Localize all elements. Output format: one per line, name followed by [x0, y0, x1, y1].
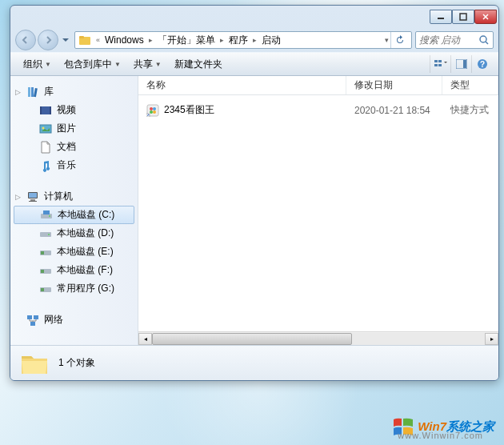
sidebar-item-drive-g[interactable]: 常用程序 (G:)	[10, 279, 138, 298]
tb-label: 包含到库中	[64, 58, 112, 71]
sidebar-item-label: 本地磁盘 (C:)	[58, 208, 114, 222]
minimize-button[interactable]	[430, 10, 452, 24]
sidebar-item-drive-c[interactable]: 本地磁盘 (C:)	[14, 206, 134, 224]
svg-point-44	[153, 110, 156, 114]
computer-icon	[26, 190, 39, 203]
sidebar-item-label: 文档	[57, 140, 76, 154]
svg-rect-16	[34, 87, 38, 96]
column-header-name[interactable]: 名称	[138, 76, 346, 94]
refresh-button[interactable]	[390, 31, 408, 49]
sidebar-label: 库	[44, 85, 54, 98]
search-box[interactable]	[415, 31, 494, 49]
sidebar-item-label: 图片	[57, 122, 76, 135]
sidebar-item-music[interactable]: 音乐	[10, 156, 138, 174]
dropdown-icon: ▼	[155, 61, 162, 68]
organize-menu[interactable]: 组织▼	[17, 55, 58, 74]
svg-rect-9	[438, 64, 442, 66]
file-list[interactable]: 2345看图王 2020-01-21 18:54 快捷方式	[138, 95, 498, 331]
svg-rect-8	[434, 64, 438, 66]
breadcrumb[interactable]: « Windows ▸ 「开始」菜单 ▸ 程序 ▸ 启动 ▾	[74, 31, 412, 49]
breadcrumb-dropdown[interactable]: ▾	[383, 36, 390, 44]
watermark: Win7系统之家 www.Winwin7.com	[392, 416, 494, 437]
svg-point-30	[48, 234, 50, 235]
svg-rect-25	[29, 201, 37, 202]
sidebar-item-documents[interactable]: 文档	[10, 138, 138, 156]
chevron-right-icon: ▸	[147, 36, 154, 44]
navigation-pane: ▷ 库 视频 图片 文档 音乐	[10, 76, 138, 345]
sidebar-item-videos[interactable]: 视频	[10, 101, 138, 119]
svg-rect-32	[41, 251, 44, 255]
system-drive-icon	[40, 209, 53, 222]
share-menu[interactable]: 共享▼	[127, 55, 168, 74]
sidebar-item-drive-f[interactable]: 本地磁盘 (F:)	[10, 261, 138, 279]
svg-rect-11	[463, 60, 466, 68]
sidebar-item-drive-e[interactable]: 本地磁盘 (E:)	[10, 243, 138, 261]
watermark-url: www.Winwin7.com	[398, 431, 483, 440]
scroll-right-button[interactable]: ▸	[485, 333, 498, 345]
status-bar: 1 个对象	[10, 345, 498, 380]
svg-rect-39	[30, 322, 35, 326]
shortcut-icon	[146, 104, 159, 117]
svg-rect-1	[460, 14, 466, 20]
sidebar-item-label: 音乐	[57, 158, 76, 172]
file-list-pane: 名称 修改日期 类型 2345看图王 2020-01-21 18:54 快捷方式…	[138, 76, 498, 345]
column-header-modified[interactable]: 修改日期	[346, 76, 442, 94]
help-button[interactable]: ?	[471, 55, 492, 73]
sidebar-item-label: 常用程序 (G:)	[57, 282, 114, 295]
sidebar-item-drive-d[interactable]: 本地磁盘 (D:)	[10, 224, 138, 243]
svg-rect-23	[29, 193, 37, 198]
folder-icon	[20, 351, 49, 375]
toolbar: 组织▼ 包含到库中▼ 共享▼ 新建文件夹 ?	[10, 52, 498, 76]
scroll-track[interactable]	[152, 333, 485, 345]
sidebar-computer[interactable]: ▷ 计算机	[10, 187, 138, 206]
svg-rect-19	[50, 106, 51, 114]
chevron-left-icon: «	[94, 36, 102, 44]
sidebar-item-label: 视频	[57, 103, 76, 117]
drive-icon	[39, 227, 52, 240]
folder-icon	[78, 34, 91, 46]
svg-point-42	[153, 107, 156, 110]
close-button[interactable]	[474, 10, 497, 24]
svg-point-4	[480, 36, 486, 42]
document-icon	[39, 141, 52, 154]
scroll-thumb[interactable]	[152, 333, 352, 345]
breadcrumb-segment[interactable]: 「开始」菜单	[154, 34, 218, 47]
maximize-button[interactable]	[452, 10, 474, 24]
sidebar-item-label: 本地磁盘 (E:)	[57, 245, 114, 259]
tb-label: 组织	[23, 58, 42, 71]
horizontal-scrollbar[interactable]: ◂ ▸	[138, 331, 498, 345]
nav-history-dropdown[interactable]	[60, 33, 71, 47]
svg-rect-6	[434, 60, 438, 62]
scroll-left-button[interactable]: ◂	[138, 333, 152, 345]
svg-text:?: ?	[479, 60, 484, 69]
column-header-type[interactable]: 类型	[442, 76, 498, 94]
svg-line-5	[486, 42, 488, 44]
preview-pane-button[interactable]	[450, 55, 471, 73]
include-in-library-menu[interactable]: 包含到库中▼	[58, 55, 127, 74]
dropdown-icon: ▼	[45, 61, 51, 68]
sidebar-item-pictures[interactable]: 图片	[10, 119, 138, 138]
svg-rect-17	[40, 106, 51, 114]
svg-point-21	[42, 126, 45, 129]
breadcrumb-segment[interactable]: Windows	[102, 34, 147, 46]
sidebar-network[interactable]: 网络	[10, 311, 138, 329]
file-item[interactable]: 2345看图王 2020-01-21 18:54 快捷方式	[138, 102, 498, 118]
search-icon	[478, 34, 490, 46]
svg-rect-0	[438, 18, 444, 19]
svg-rect-27	[43, 210, 50, 214]
file-modified: 2020-01-21 18:54	[346, 105, 442, 116]
svg-rect-3	[79, 36, 84, 38]
drive-icon	[39, 264, 52, 277]
file-name: 2345看图王	[164, 103, 214, 117]
new-folder-button[interactable]: 新建文件夹	[168, 55, 229, 74]
back-button[interactable]	[15, 30, 36, 50]
search-input[interactable]	[419, 34, 478, 46]
view-menu[interactable]	[430, 55, 450, 73]
sidebar-libraries[interactable]: ▷ 库	[10, 82, 138, 101]
breadcrumb-segment[interactable]: 程序	[226, 34, 251, 47]
breadcrumb-segment[interactable]: 启动	[258, 34, 284, 47]
status-count: 1 个对象	[58, 356, 95, 370]
svg-rect-24	[30, 199, 35, 201]
svg-rect-36	[41, 288, 44, 291]
forward-button[interactable]	[38, 30, 58, 50]
